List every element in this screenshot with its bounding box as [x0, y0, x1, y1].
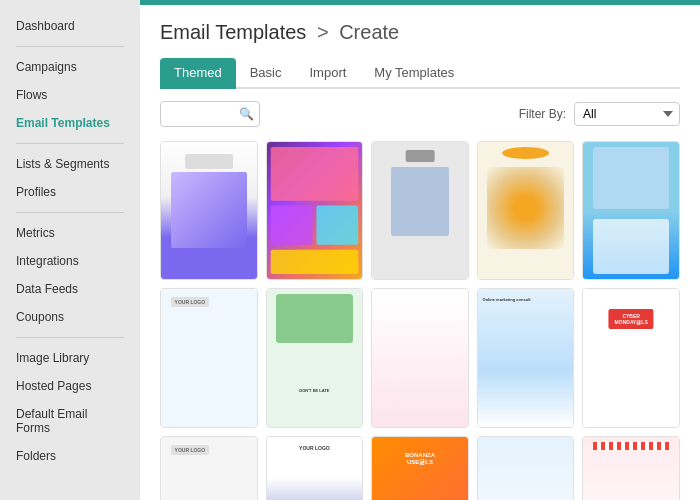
- sidebar: DashboardCampaignsFlowsEmail TemplatesLi…: [0, 0, 140, 500]
- template-card-5[interactable]: [582, 141, 680, 280]
- sidebar-item-integrations[interactable]: Integrations: [0, 247, 140, 275]
- template-thumb-3: [372, 142, 468, 279]
- template-thumb-13: [372, 437, 468, 500]
- template-thumb-1: [161, 142, 257, 279]
- template-card-11[interactable]: [160, 436, 258, 500]
- template-thumb-8: [372, 289, 468, 426]
- sidebar-item-hosted-pages[interactable]: Hosted Pages: [0, 372, 140, 400]
- template-thumb-14: [478, 437, 574, 500]
- breadcrumb-separator: >: [317, 21, 329, 43]
- template-card-14[interactable]: [477, 436, 575, 500]
- sidebar-item-image-library[interactable]: Image Library: [0, 344, 140, 372]
- sidebar-item-metrics[interactable]: Metrics: [0, 219, 140, 247]
- template-card-6[interactable]: [160, 288, 258, 427]
- template-card-10[interactable]: [582, 288, 680, 427]
- template-thumb-2: [267, 142, 363, 279]
- filter-row: Filter By: AllNewsletterPromotionalTrans…: [519, 102, 680, 126]
- search-box: 🔍: [160, 101, 260, 127]
- template-thumb-10: [583, 289, 679, 426]
- template-thumb-6: [161, 289, 257, 426]
- template-thumb-7: [267, 289, 363, 426]
- sidebar-item-coupons[interactable]: Coupons: [0, 303, 140, 331]
- template-card-8[interactable]: [371, 288, 469, 427]
- template-card-1[interactable]: [160, 141, 258, 280]
- tab-import[interactable]: Import: [296, 58, 361, 89]
- sidebar-item-lists-segments[interactable]: Lists & Segments: [0, 150, 140, 178]
- sidebar-item-dashboard[interactable]: Dashboard: [0, 12, 140, 40]
- template-card-2[interactable]: [266, 141, 364, 280]
- template-thumb-12: [267, 437, 363, 500]
- tab-my-templates[interactable]: My Templates: [360, 58, 468, 89]
- template-card-4[interactable]: [477, 141, 575, 280]
- filter-label: Filter By:: [519, 107, 566, 121]
- template-card-15[interactable]: [582, 436, 680, 500]
- sidebar-item-data-feeds[interactable]: Data Feeds: [0, 275, 140, 303]
- template-card-13[interactable]: [371, 436, 469, 500]
- template-thumb-4: [478, 142, 574, 279]
- tab-basic[interactable]: Basic: [236, 58, 296, 89]
- sidebar-divider-5: [16, 212, 124, 213]
- breadcrumb-root[interactable]: Email Templates: [160, 21, 306, 43]
- tab-bar: ThemedBasicImportMy Templates: [160, 58, 680, 89]
- sidebar-item-email-templates[interactable]: Email Templates: [0, 109, 140, 137]
- template-thumb-5: [583, 142, 679, 279]
- sidebar-item-flows[interactable]: Flows: [0, 81, 140, 109]
- breadcrumb-current: Create: [339, 21, 399, 43]
- sidebar-divider-3: [16, 143, 124, 144]
- sidebar-item-folders[interactable]: Folders: [0, 442, 140, 470]
- sidebar-item-campaigns[interactable]: Campaigns: [0, 53, 140, 81]
- template-card-7[interactable]: [266, 288, 364, 427]
- sidebar-divider-0: [16, 46, 124, 47]
- template-card-9[interactable]: [477, 288, 575, 427]
- template-card-3[interactable]: [371, 141, 469, 280]
- search-icon: 🔍: [239, 107, 254, 121]
- template-thumb-9: [478, 289, 574, 426]
- sidebar-divider-9: [16, 337, 124, 338]
- template-card-12[interactable]: [266, 436, 364, 500]
- sidebar-item-default-email-forms[interactable]: Default Email Forms: [0, 400, 140, 442]
- template-grid: [160, 141, 680, 500]
- template-thumb-15: [583, 437, 679, 500]
- page-title: Email Templates > Create: [160, 21, 680, 44]
- sidebar-item-profiles[interactable]: Profiles: [0, 178, 140, 206]
- main-panel: Email Templates > Create ThemedBasicImpo…: [140, 0, 700, 500]
- template-thumb-11: [161, 437, 257, 500]
- tab-themed[interactable]: Themed: [160, 58, 236, 89]
- search-filter-row: 🔍 Filter By: AllNewsletterPromotionalTra…: [160, 101, 680, 127]
- filter-select[interactable]: AllNewsletterPromotionalTransactional: [574, 102, 680, 126]
